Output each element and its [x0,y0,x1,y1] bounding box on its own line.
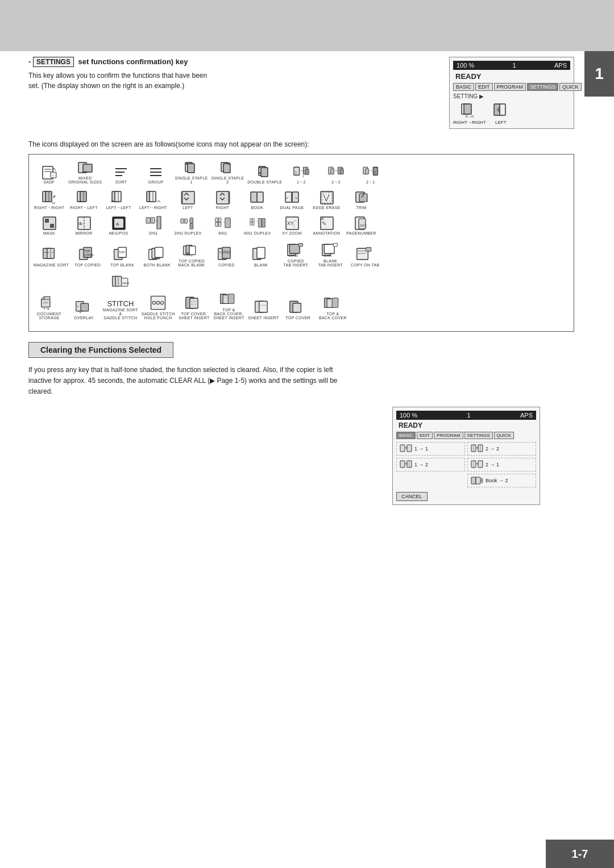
svg-rect-142 [290,244,300,253]
icon-2to1-label: 2→1 [366,180,375,184]
page-number-bottom: 1-7 [572,848,588,861]
icon-single-staple-2: SINGLE STAPLE2 [211,160,244,184]
tab-edit-top[interactable]: EDIT [475,83,493,91]
left-icon [492,102,510,120]
icon-trim: TRIM [346,190,377,210]
sadf-icon [42,164,57,180]
display2-cell-2-1: + 1 → 2 [396,458,465,471]
icon-copy-on-tab: COPY ON TAB [350,245,381,267]
icon-top-back-cover-sheet-insert-label: TOP &BACK COVER,SHEET INSERT [213,308,244,320]
svg-rect-187 [407,445,412,452]
icon-1to2-label: 1→2 [297,180,306,184]
icon-overlay-label: OVERLAY [74,316,94,320]
tab-quick-top[interactable]: QUICK [559,83,582,91]
magazine-sort-saddle-icon: SADDLE [111,273,130,291]
svg-rect-25 [261,168,268,177]
tab2-program[interactable]: PROGRAM [434,432,463,439]
svg-rect-146 [325,244,335,253]
tab-program-top[interactable]: PROGRAM [494,83,526,91]
tab2-edit[interactable]: EDIT [417,432,433,439]
icon-right-left: RIGHT→LEFT [68,190,99,210]
display-ready-top: READY [453,72,570,81]
svg-rect-93 [215,218,218,222]
svg-rect-98 [225,218,230,228]
double-staple-icon [257,164,273,180]
icon-top-cover-sheet-insert-label: TOP COVER,SHEET INSERT [179,312,209,320]
icon-2in1: → 2IN1 [138,215,169,235]
svg-rect-95 [215,222,218,226]
display2-content: + 1 → 1 + 2 → 2 [396,442,536,487]
display2-arrow-1-2: 2 → 2 [486,446,499,452]
icon-blank-tab-insert: BLANK BLANKTAB INSERT [315,241,346,267]
icon-neg-pos: A NEG/POS [103,215,134,235]
icon-top-cover: TOP COVER [283,298,314,320]
svg-rect-78 [146,218,150,223]
edge-erase-icon [319,190,335,206]
icon-4in1: → 4IN1 [207,215,238,235]
icon-2to2: → 2→2 [320,164,351,184]
svg-text:COPIED: COPIED [289,254,298,257]
svg-rect-193 [400,461,405,468]
display2-cancel-button[interactable]: CANCEL [396,492,428,501]
tab2-basic[interactable]: BASIC [396,432,416,439]
icon-sheet-insert: SHEET INSERT [248,298,279,320]
display2-arrow-2-1: 1 → 2 [414,462,428,468]
svg-text:↘: ↘ [294,196,297,199]
svg-rect-140 [257,247,265,258]
tab2-settings[interactable]: SETTINGS [464,432,493,439]
icon-right-right: RIGHT→RIGHT [34,190,65,210]
display2-arrow-1-1: 1 → 1 [414,446,428,452]
top-back-cover-icon [323,294,342,312]
settings-section: - SETTINGS set functions confirmation) k… [28,57,574,129]
tab-settings-top[interactable]: SETTINGS [527,83,558,91]
icons-row-1: SADF xxx MIXEDORIGINAL SIZES SORT [34,160,569,184]
svg-text:↙: ↙ [286,196,289,199]
settings-text: - SETTINGS set functions confirmation) k… [28,57,432,91]
left-bind-icon [180,190,196,206]
svg-rect-38 [340,169,343,174]
svg-text:+: + [77,304,79,308]
display-panel-bottom: 100 % 1 APS READY BASIC EDIT PROGRAM SET… [392,407,540,505]
svg-text:BLANK: BLANK [324,254,333,257]
top-banner [0,0,614,51]
svg-text:→: → [255,220,258,223]
icon-saddle-stitch-hole-punch: SADDLE STITCHHOLE PUNCH [142,294,175,320]
clearing-header-text: Clearing the Functions Selected [40,345,161,354]
svg-text:xxx: xxx [83,170,88,173]
saddle-stitch-hole-punch-icon [149,294,167,312]
icon-both-blank-label: BOTH BLANK [144,263,171,267]
icon-magazine-sort: MAGAZINE SORT [34,245,69,267]
display-icon-right-right: R→R RIGHT→RIGHT [453,102,486,125]
blank-tab-insert-icon: BLANK [321,241,339,259]
icon-top-cover-sheet-insert: TOP COVER,SHEET INSERT [179,294,210,320]
book-2-icon: + [471,476,483,485]
icon-double-staple: DOUBLE STAPLE [247,164,282,184]
icons-row-3: MASK d d MIRROR A NEG/POS [34,215,569,235]
svg-rect-20 [185,162,188,165]
icon-mirror: d d MIRROR [68,215,99,235]
svg-rect-147 [334,243,338,246]
settings-key-box: SETTINGS [33,57,74,67]
bottom-display-wrapper: 100 % 1 APS READY BASIC EDIT PROGRAM SET… [28,407,540,505]
page-number-top: 1 [595,65,604,83]
duplex-2-1-icon: + [471,460,483,469]
svg-rect-205 [482,478,483,483]
2to2-icon: → [328,164,344,180]
icon-2in1-duplex-label: 2IN1 DUPLEX [174,231,201,235]
tab-basic-top[interactable]: BASIC [453,83,474,91]
display-header-top: 100 % 1 APS [453,61,570,70]
svg-rect-70 [50,224,54,228]
svg-text:1: 1 [294,170,297,174]
svg-rect-19 [188,164,194,173]
svg-rect-102 [252,222,254,226]
svg-text:SADDLE: SADDLE [122,282,130,285]
page-tab-top: 1 [584,51,614,97]
tab2-quick[interactable]: QUICK [494,432,514,439]
icon-1to2: 1 → 2 1→2 [285,164,317,184]
settings-desc-line2: set. (The display shown on the right is … [28,81,432,91]
icon-trim-label: TRIM [356,206,366,210]
clearing-text-line3: cleared. [28,387,53,395]
clearing-section: Clearing the Functions Selected If you p… [28,342,574,398]
icon-left-label: LEFT [182,206,193,210]
icon-2to1: → 1 2→1 [355,164,386,184]
